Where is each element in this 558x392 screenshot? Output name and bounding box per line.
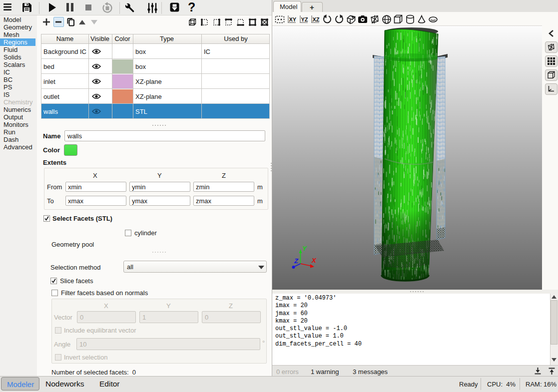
svg-text:X: X xyxy=(311,257,317,264)
svg-text:YZ: YZ xyxy=(301,16,308,22)
svg-text:Y: Y xyxy=(302,245,307,252)
svg-text:Z: Z xyxy=(294,257,299,265)
svg-text:XZ: XZ xyxy=(313,16,320,22)
svg-text:XY: XY xyxy=(289,16,297,22)
